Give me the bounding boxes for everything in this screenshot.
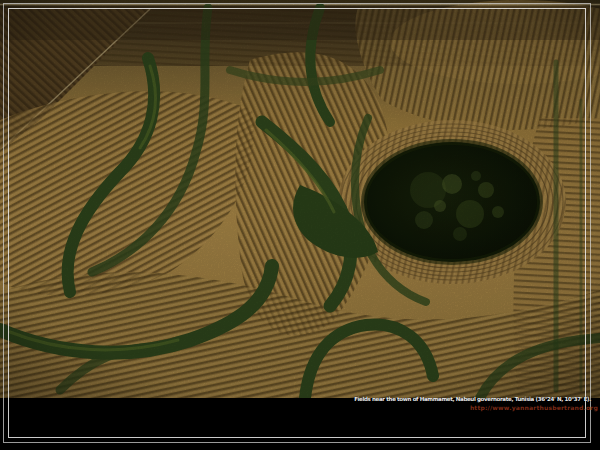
screenshot-stage: Fields near the town of Hammamet, Nabeul… [0,0,600,450]
photo-caption: Fields near the town of Hammamet, Nabeul… [354,395,591,403]
photo-canvas [0,0,600,398]
aerial-photo [0,0,600,398]
photo-credit-url: http://www.yannarthusbertrand.org [470,404,598,412]
